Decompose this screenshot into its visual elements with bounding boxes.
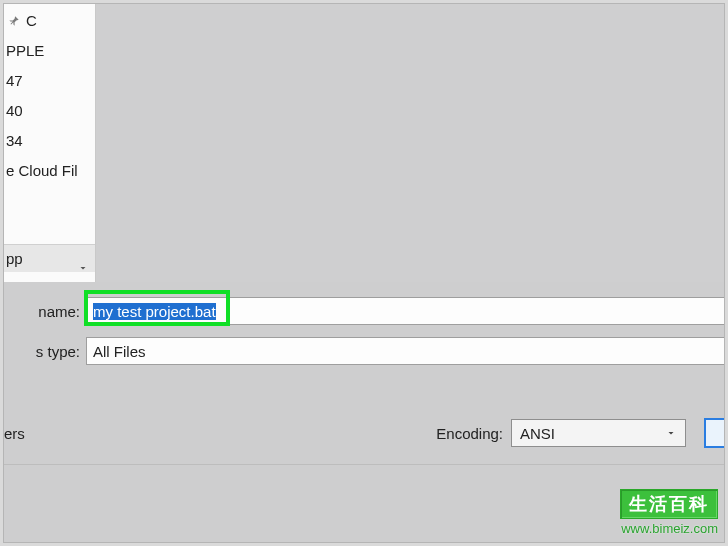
nav-item[interactable]: 40: [4, 96, 95, 126]
encoding-value: ANSI: [520, 425, 555, 442]
save-type-label: s type:: [4, 343, 86, 360]
nav-item-label: 47: [6, 66, 23, 96]
save-type-value: All Files: [93, 343, 146, 360]
chevron-down-icon: [665, 425, 677, 442]
nav-item-label: e Cloud Fil: [6, 156, 78, 186]
nav-item-label: 34: [6, 126, 23, 156]
file-list-pane[interactable]: [96, 4, 724, 282]
nav-item-label: 40: [6, 96, 23, 126]
encoding-select[interactable]: ANSI: [511, 419, 686, 447]
hide-folders-label[interactable]: ers: [4, 425, 32, 442]
save-form: name: s type: All Files: [4, 294, 724, 374]
divider: [4, 464, 724, 465]
watermark: 生活百科 www.bimeiz.com: [620, 489, 718, 536]
nav-item-label: pp: [6, 245, 23, 273]
nav-item[interactable]: PPLE: [4, 36, 95, 66]
pin-icon: [6, 13, 22, 29]
watermark-title: 生活百科: [620, 489, 718, 519]
watermark-url: www.bimeiz.com: [620, 521, 718, 536]
save-button[interactable]: [704, 418, 724, 448]
file-name-label: name:: [4, 303, 86, 320]
navigation-tree[interactable]: C PPLE 47 40 34 e Cloud Fil pp: [4, 4, 96, 282]
nav-item[interactable]: C: [4, 6, 95, 36]
chevron-down-icon[interactable]: [75, 260, 91, 276]
encoding-label: Encoding:: [436, 425, 503, 442]
nav-item-label: C: [26, 6, 37, 36]
nav-item[interactable]: 34: [4, 126, 95, 156]
nav-item-label: PPLE: [6, 36, 44, 66]
save-type-row: s type: All Files: [4, 334, 724, 368]
nav-item[interactable]: 47: [4, 66, 95, 96]
file-name-row: name:: [4, 294, 724, 328]
dialog-bottom-row: ers Encoding: ANSI: [4, 414, 724, 452]
file-name-field[interactable]: [86, 297, 724, 325]
nav-item[interactable]: e Cloud Fil: [4, 156, 95, 186]
file-name-input[interactable]: [93, 303, 718, 320]
save-type-select[interactable]: All Files: [86, 337, 724, 365]
